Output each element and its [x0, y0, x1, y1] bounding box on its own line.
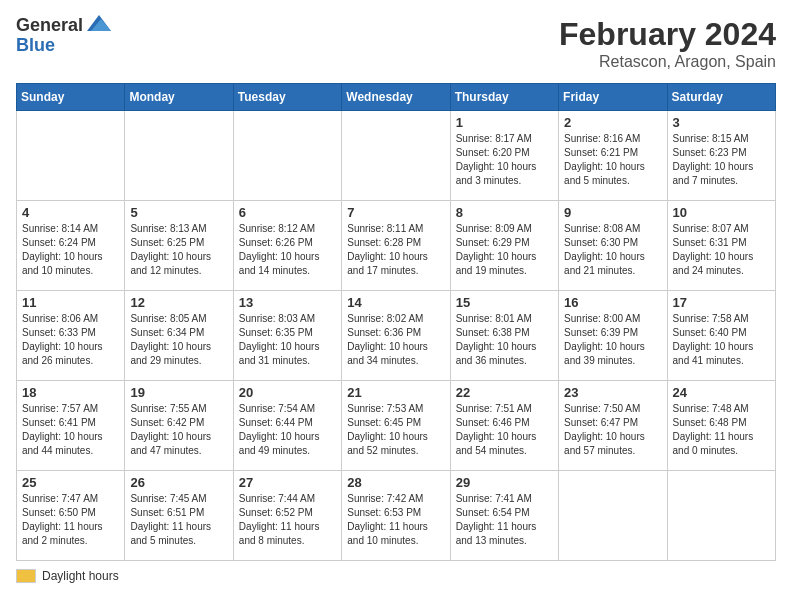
calendar-day-cell: 8Sunrise: 8:09 AM Sunset: 6:29 PM Daylig…	[450, 201, 558, 291]
logo-icon	[87, 11, 111, 35]
day-info: Sunrise: 7:58 AM Sunset: 6:40 PM Dayligh…	[673, 312, 770, 368]
day-number: 28	[347, 475, 444, 490]
calendar-day-cell: 22Sunrise: 7:51 AM Sunset: 6:46 PM Dayli…	[450, 381, 558, 471]
day-info: Sunrise: 8:07 AM Sunset: 6:31 PM Dayligh…	[673, 222, 770, 278]
calendar-day-cell: 1Sunrise: 8:17 AM Sunset: 6:20 PM Daylig…	[450, 111, 558, 201]
day-info: Sunrise: 7:55 AM Sunset: 6:42 PM Dayligh…	[130, 402, 227, 458]
day-number: 1	[456, 115, 553, 130]
calendar-day-cell: 26Sunrise: 7:45 AM Sunset: 6:51 PM Dayli…	[125, 471, 233, 561]
calendar-day-cell	[342, 111, 450, 201]
calendar-table: SundayMondayTuesdayWednesdayThursdayFrid…	[16, 83, 776, 561]
calendar-day-cell: 18Sunrise: 7:57 AM Sunset: 6:41 PM Dayli…	[17, 381, 125, 471]
calendar-day-cell	[125, 111, 233, 201]
day-number: 19	[130, 385, 227, 400]
day-number: 5	[130, 205, 227, 220]
calendar-day-cell: 24Sunrise: 7:48 AM Sunset: 6:48 PM Dayli…	[667, 381, 775, 471]
day-info: Sunrise: 8:03 AM Sunset: 6:35 PM Dayligh…	[239, 312, 336, 368]
calendar-week-row: 4Sunrise: 8:14 AM Sunset: 6:24 PM Daylig…	[17, 201, 776, 291]
calendar-day-cell: 28Sunrise: 7:42 AM Sunset: 6:53 PM Dayli…	[342, 471, 450, 561]
day-number: 27	[239, 475, 336, 490]
day-info: Sunrise: 7:51 AM Sunset: 6:46 PM Dayligh…	[456, 402, 553, 458]
calendar-day-cell: 20Sunrise: 7:54 AM Sunset: 6:44 PM Dayli…	[233, 381, 341, 471]
day-number: 6	[239, 205, 336, 220]
day-number: 3	[673, 115, 770, 130]
calendar-header-cell: Monday	[125, 84, 233, 111]
calendar-day-cell: 13Sunrise: 8:03 AM Sunset: 6:35 PM Dayli…	[233, 291, 341, 381]
day-number: 14	[347, 295, 444, 310]
logo-general: General	[16, 16, 83, 36]
header: General Blue February 2024 Retascon, Ara…	[16, 16, 776, 71]
day-number: 4	[22, 205, 119, 220]
month-title: February 2024	[559, 16, 776, 53]
day-info: Sunrise: 8:00 AM Sunset: 6:39 PM Dayligh…	[564, 312, 661, 368]
calendar-day-cell: 19Sunrise: 7:55 AM Sunset: 6:42 PM Dayli…	[125, 381, 233, 471]
day-info: Sunrise: 8:13 AM Sunset: 6:25 PM Dayligh…	[130, 222, 227, 278]
calendar-day-cell: 14Sunrise: 8:02 AM Sunset: 6:36 PM Dayli…	[342, 291, 450, 381]
day-number: 18	[22, 385, 119, 400]
day-number: 23	[564, 385, 661, 400]
legend-label: Daylight hours	[42, 569, 119, 583]
day-number: 22	[456, 385, 553, 400]
day-number: 13	[239, 295, 336, 310]
calendar-day-cell: 5Sunrise: 8:13 AM Sunset: 6:25 PM Daylig…	[125, 201, 233, 291]
day-info: Sunrise: 8:15 AM Sunset: 6:23 PM Dayligh…	[673, 132, 770, 188]
day-info: Sunrise: 8:16 AM Sunset: 6:21 PM Dayligh…	[564, 132, 661, 188]
calendar-header-cell: Friday	[559, 84, 667, 111]
calendar-day-cell: 9Sunrise: 8:08 AM Sunset: 6:30 PM Daylig…	[559, 201, 667, 291]
day-number: 17	[673, 295, 770, 310]
day-number: 7	[347, 205, 444, 220]
day-info: Sunrise: 8:09 AM Sunset: 6:29 PM Dayligh…	[456, 222, 553, 278]
day-number: 11	[22, 295, 119, 310]
day-info: Sunrise: 7:41 AM Sunset: 6:54 PM Dayligh…	[456, 492, 553, 548]
calendar-day-cell	[17, 111, 125, 201]
day-info: Sunrise: 8:01 AM Sunset: 6:38 PM Dayligh…	[456, 312, 553, 368]
day-number: 24	[673, 385, 770, 400]
day-info: Sunrise: 7:45 AM Sunset: 6:51 PM Dayligh…	[130, 492, 227, 548]
calendar-header-cell: Saturday	[667, 84, 775, 111]
calendar-day-cell: 6Sunrise: 8:12 AM Sunset: 6:26 PM Daylig…	[233, 201, 341, 291]
day-number: 25	[22, 475, 119, 490]
day-info: Sunrise: 8:14 AM Sunset: 6:24 PM Dayligh…	[22, 222, 119, 278]
calendar-header-cell: Sunday	[17, 84, 125, 111]
day-number: 2	[564, 115, 661, 130]
day-number: 8	[456, 205, 553, 220]
day-number: 15	[456, 295, 553, 310]
calendar-day-cell: 16Sunrise: 8:00 AM Sunset: 6:39 PM Dayli…	[559, 291, 667, 381]
calendar-day-cell: 11Sunrise: 8:06 AM Sunset: 6:33 PM Dayli…	[17, 291, 125, 381]
logo: General Blue	[16, 16, 111, 56]
calendar-day-cell: 10Sunrise: 8:07 AM Sunset: 6:31 PM Dayli…	[667, 201, 775, 291]
day-info: Sunrise: 7:54 AM Sunset: 6:44 PM Dayligh…	[239, 402, 336, 458]
calendar-header-cell: Tuesday	[233, 84, 341, 111]
day-info: Sunrise: 8:02 AM Sunset: 6:36 PM Dayligh…	[347, 312, 444, 368]
day-info: Sunrise: 8:08 AM Sunset: 6:30 PM Dayligh…	[564, 222, 661, 278]
calendar-day-cell	[559, 471, 667, 561]
calendar-header-row: SundayMondayTuesdayWednesdayThursdayFrid…	[17, 84, 776, 111]
calendar-day-cell: 27Sunrise: 7:44 AM Sunset: 6:52 PM Dayli…	[233, 471, 341, 561]
day-number: 9	[564, 205, 661, 220]
day-info: Sunrise: 8:12 AM Sunset: 6:26 PM Dayligh…	[239, 222, 336, 278]
day-info: Sunrise: 7:42 AM Sunset: 6:53 PM Dayligh…	[347, 492, 444, 548]
day-info: Sunrise: 8:11 AM Sunset: 6:28 PM Dayligh…	[347, 222, 444, 278]
day-number: 26	[130, 475, 227, 490]
calendar-day-cell: 12Sunrise: 8:05 AM Sunset: 6:34 PM Dayli…	[125, 291, 233, 381]
day-info: Sunrise: 7:53 AM Sunset: 6:45 PM Dayligh…	[347, 402, 444, 458]
title-area: February 2024 Retascon, Aragon, Spain	[559, 16, 776, 71]
logo-blue: Blue	[16, 36, 111, 56]
calendar-week-row: 25Sunrise: 7:47 AM Sunset: 6:50 PM Dayli…	[17, 471, 776, 561]
day-number: 20	[239, 385, 336, 400]
calendar-day-cell: 25Sunrise: 7:47 AM Sunset: 6:50 PM Dayli…	[17, 471, 125, 561]
day-info: Sunrise: 7:48 AM Sunset: 6:48 PM Dayligh…	[673, 402, 770, 458]
calendar-week-row: 18Sunrise: 7:57 AM Sunset: 6:41 PM Dayli…	[17, 381, 776, 471]
calendar-header-cell: Wednesday	[342, 84, 450, 111]
calendar-day-cell: 2Sunrise: 8:16 AM Sunset: 6:21 PM Daylig…	[559, 111, 667, 201]
day-info: Sunrise: 7:50 AM Sunset: 6:47 PM Dayligh…	[564, 402, 661, 458]
calendar-day-cell: 4Sunrise: 8:14 AM Sunset: 6:24 PM Daylig…	[17, 201, 125, 291]
day-info: Sunrise: 7:44 AM Sunset: 6:52 PM Dayligh…	[239, 492, 336, 548]
day-info: Sunrise: 8:05 AM Sunset: 6:34 PM Dayligh…	[130, 312, 227, 368]
calendar-day-cell: 23Sunrise: 7:50 AM Sunset: 6:47 PM Dayli…	[559, 381, 667, 471]
day-number: 16	[564, 295, 661, 310]
day-info: Sunrise: 7:57 AM Sunset: 6:41 PM Dayligh…	[22, 402, 119, 458]
calendar-day-cell: 21Sunrise: 7:53 AM Sunset: 6:45 PM Dayli…	[342, 381, 450, 471]
calendar-day-cell: 7Sunrise: 8:11 AM Sunset: 6:28 PM Daylig…	[342, 201, 450, 291]
calendar-day-cell: 17Sunrise: 7:58 AM Sunset: 6:40 PM Dayli…	[667, 291, 775, 381]
